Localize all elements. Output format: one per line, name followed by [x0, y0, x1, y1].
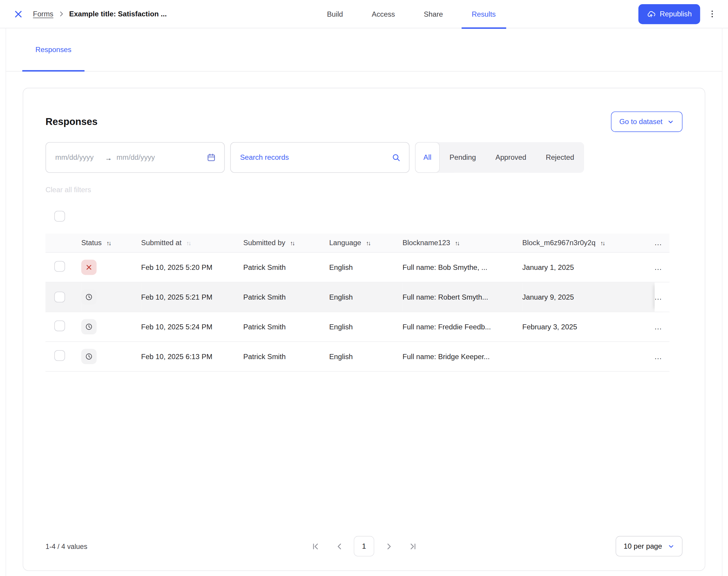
date-end-input[interactable] [116, 153, 166, 162]
cell-language: English [329, 352, 403, 361]
next-page-button[interactable] [379, 537, 398, 556]
cell-blockname123: Full name: Bob Smythe, ... [403, 263, 522, 271]
date-range-filter[interactable]: → [46, 142, 225, 173]
cell-block-m6z967n3r0y2q: January 9, 2025 [522, 282, 655, 312]
cell-language: English [329, 282, 403, 312]
top-bar: Forms Example title: Satisfaction ... Bu… [0, 0, 728, 28]
republish-button[interactable]: Republish [638, 4, 700, 24]
status-filter-approved[interactable]: Approved [486, 142, 536, 173]
prev-page-button[interactable] [330, 537, 349, 556]
range-label: 1-4 / 4 values [46, 542, 87, 550]
pagination: 1 [305, 536, 422, 557]
cell-language: English [329, 322, 403, 331]
cell-submitted-by: Patrick Smith [243, 263, 329, 271]
sort-icon[interactable]: ↑↓ [600, 240, 604, 247]
sort-icon[interactable]: ↑↓ [106, 240, 110, 247]
calendar-icon[interactable] [207, 153, 216, 162]
first-page-button[interactable] [305, 537, 325, 556]
chevron-down-icon [668, 543, 674, 549]
kebab-menu-icon [707, 9, 717, 19]
chevron-right-icon [385, 542, 393, 550]
go-to-dataset-label: Go to dataset [619, 117, 663, 126]
row-checkbox[interactable] [54, 320, 65, 331]
cloud-upload-icon [647, 9, 656, 19]
table-row[interactable]: Feb 10, 2025 5:20 PM Patrick Smith Engli… [46, 253, 669, 282]
per-page-select[interactable]: 10 per page [616, 536, 682, 557]
overflow-column-header: ... [655, 239, 669, 247]
table-row[interactable]: Feb 10, 2025 6:13 PM Patrick Smith Engli… [46, 342, 669, 372]
table-row[interactable]: Feb 10, 2025 5:21 PM Patrick Smith Engli… [46, 282, 669, 312]
column-header-status: Status↑↓ [81, 239, 141, 247]
cell-submitted-at: Feb 10, 2025 5:24 PM [141, 322, 243, 331]
cell-submitted-by: Patrick Smith [243, 282, 329, 312]
cell-blockname123: Full name: Bridge Keeper... [403, 352, 522, 361]
kebab-menu-button[interactable] [705, 6, 720, 22]
cell-block-m6z967n3r0y2q: February 3, 2025 [522, 322, 655, 331]
main-nav: Build Access Share Results [317, 0, 506, 28]
cell-blockname123: Full name: Robert Smyth... [403, 282, 522, 312]
sort-icon[interactable]: ↑↓ [455, 240, 459, 247]
panel-title: Responses [46, 116, 97, 127]
row-checkbox[interactable] [54, 350, 65, 361]
current-page-indicator[interactable]: 1 [354, 536, 374, 557]
sort-icon[interactable]: ↑↓ [366, 240, 370, 247]
last-page-button[interactable] [403, 537, 423, 556]
arrow-right-icon: → [105, 153, 112, 162]
column-header-submitted-by: Submitted by↑↓ [243, 239, 329, 247]
cell-block-m6z967n3r0y2q: January 1, 2025 [522, 263, 655, 271]
breadcrumb-forms-link[interactable]: Forms [33, 10, 54, 18]
responses-table: Status↑↓ Submitted at↑↓ Submitted by↑↓ L… [46, 234, 669, 372]
row-overflow-button[interactable]: ... [655, 263, 669, 271]
status-filter-all[interactable]: All [415, 142, 440, 173]
select-all-checkbox[interactable] [54, 211, 65, 222]
status-filter-rejected[interactable]: Rejected [536, 142, 584, 173]
top-bar-left: Forms Example title: Satisfaction ... [11, 7, 166, 21]
date-start-input[interactable] [54, 153, 105, 162]
table-footer: 1-4 / 4 values 1 [46, 536, 682, 557]
column-header-blockname123: Blockname123↑↓ [403, 239, 522, 247]
nav-tab-access[interactable]: Access [362, 0, 405, 28]
close-icon [14, 9, 23, 19]
search-input[interactable] [239, 153, 392, 162]
go-to-dataset-button[interactable]: Go to dataset [611, 112, 682, 132]
nav-tab-results[interactable]: Results [461, 0, 506, 28]
chevron-down-icon [667, 118, 674, 125]
sort-icon[interactable]: ↑↓ [290, 240, 294, 247]
search-icon[interactable] [392, 153, 401, 162]
status-pending-icon [81, 349, 97, 364]
content-frame: Responses Responses Go to dataset → [6, 28, 722, 576]
results-subtabs: Responses [6, 28, 722, 71]
status-filter-pending[interactable]: Pending [440, 142, 486, 173]
row-checkbox[interactable] [54, 261, 65, 271]
app-root: Forms Example title: Satisfaction ... Bu… [0, 0, 728, 576]
top-bar-right: Republish [638, 4, 720, 24]
status-filter: All Pending Approved Rejected [415, 142, 584, 173]
cell-submitted-by: Patrick Smith [243, 352, 329, 361]
table-row[interactable]: Feb 10, 2025 5:24 PM Patrick Smith Engli… [46, 312, 669, 342]
form-title: Example title: Satisfaction ... [69, 10, 166, 18]
row-overflow-button[interactable]: ... [655, 352, 669, 361]
status-rejected-icon [81, 260, 97, 275]
last-page-icon [409, 542, 417, 550]
row-checkbox[interactable] [54, 292, 65, 302]
sort-icon[interactable]: ↑↓ [186, 240, 190, 247]
select-all-row [46, 211, 682, 224]
column-header-language: Language↑↓ [329, 239, 403, 247]
row-overflow-button[interactable]: ... [655, 282, 669, 312]
breadcrumb: Forms Example title: Satisfaction ... [33, 10, 167, 18]
row-overflow-button[interactable]: ... [655, 322, 669, 331]
republish-label: Republish [660, 10, 692, 18]
chevron-left-icon [335, 542, 343, 550]
cell-submitted-at: Feb 10, 2025 5:21 PM [141, 282, 243, 312]
per-page-label: 10 per page [624, 542, 662, 550]
tab-responses[interactable]: Responses [22, 28, 85, 71]
nav-tab-share[interactable]: Share [414, 0, 453, 28]
cell-submitted-at: Feb 10, 2025 5:20 PM [141, 263, 243, 271]
chevron-right-icon [58, 11, 64, 17]
first-page-icon [311, 542, 320, 550]
close-button[interactable] [11, 7, 25, 21]
cell-language: English [329, 263, 403, 271]
clear-all-filters-button[interactable]: Clear all filters [46, 186, 91, 194]
nav-tab-build[interactable]: Build [317, 0, 353, 28]
search-filter[interactable] [230, 142, 410, 173]
